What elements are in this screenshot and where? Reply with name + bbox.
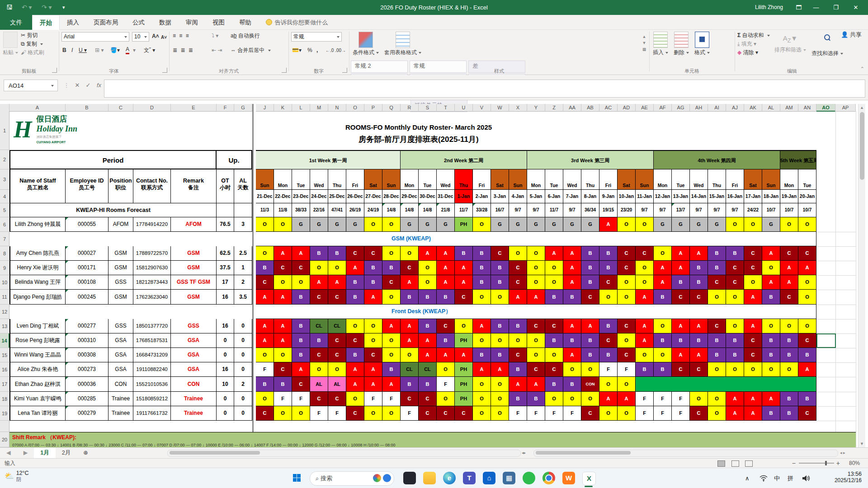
- enter-icon[interactable]: ✓: [82, 80, 94, 91]
- shift-cell[interactable]: O: [618, 377, 636, 392]
- date-cell[interactable]: 3-Jan: [491, 190, 509, 203]
- shift-cell[interactable]: A: [346, 377, 364, 392]
- forecast-cell[interactable]: 11/3: [256, 203, 274, 217]
- shift-cell[interactable]: B: [726, 333, 744, 348]
- forecast-cell[interactable]: 16/7: [491, 203, 509, 217]
- restore-icon[interactable]: ❐: [828, 0, 844, 15]
- date-cell[interactable]: 29-Dec: [401, 190, 419, 203]
- shift-cell[interactable]: O: [599, 377, 618, 392]
- shift-cell[interactable]: A: [690, 348, 708, 362]
- shift-cell[interactable]: O: [310, 362, 328, 377]
- staff-contact[interactable]: 18501377720: [133, 319, 171, 333]
- shift-cell[interactable]: O: [346, 319, 364, 333]
- date-cell[interactable]: 12-Jan: [654, 190, 672, 203]
- shift-cell[interactable]: C: [401, 392, 419, 406]
- column-header-AE[interactable]: AE: [636, 104, 654, 112]
- shift-cell[interactable]: C: [726, 275, 744, 290]
- staff-contact[interactable]: 19117661732: [133, 406, 171, 421]
- shift-cell[interactable]: O: [473, 333, 491, 348]
- shift-cell[interactable]: C: [310, 392, 328, 406]
- column-header-Y[interactable]: Y: [527, 104, 545, 112]
- shift-cell[interactable]: F: [618, 362, 636, 377]
- shift-cell[interactable]: A: [726, 392, 744, 406]
- column-header-AP[interactable]: AP: [835, 104, 856, 112]
- shift-cell[interactable]: O: [636, 348, 654, 362]
- shift-cell[interactable]: B: [563, 290, 581, 305]
- shift-cell[interactable]: B: [708, 333, 726, 348]
- shift-cell[interactable]: G: [491, 217, 509, 232]
- staff-contact[interactable]: 17685187531: [133, 333, 171, 348]
- shift-cell[interactable]: O: [708, 392, 726, 406]
- format-as-table-button[interactable]: 套用表格格式: [382, 30, 424, 57]
- shift-cell[interactable]: O: [762, 319, 780, 333]
- sort-filter-button[interactable]: AZ▼ 排序和筛选: [772, 30, 809, 55]
- column-header-T[interactable]: T: [437, 104, 455, 112]
- staff-position[interactable]: GSS: [108, 275, 133, 290]
- shift-cell[interactable]: O: [256, 246, 274, 261]
- row-header-10[interactable]: 10: [0, 275, 9, 290]
- shift-cell[interactable]: F: [654, 406, 672, 421]
- day-name-cell[interactable]: Tue: [419, 169, 437, 190]
- shift-cell[interactable]: C: [455, 290, 473, 305]
- shift-cell[interactable]: O: [744, 362, 762, 377]
- h-scroll-arrows[interactable]: ◂ ▸: [840, 450, 845, 456]
- shift-cell[interactable]: O: [744, 217, 762, 232]
- shift-cell[interactable]: O: [382, 290, 401, 305]
- staff-remark[interactable]: GSM: [171, 246, 217, 261]
- column-header-AD[interactable]: AD: [618, 104, 636, 112]
- row-header-13[interactable]: 13: [0, 319, 9, 333]
- shift-cell[interactable]: AL: [310, 377, 328, 392]
- shift-cell[interactable]: O: [346, 392, 364, 406]
- shift-cell[interactable]: C: [455, 406, 473, 421]
- shift-cell[interactable]: O: [364, 217, 382, 232]
- blocked-period-cell[interactable]: [636, 377, 816, 392]
- shift-cell[interactable]: O: [636, 217, 654, 232]
- shift-cell[interactable]: A: [419, 333, 437, 348]
- sheet-nav-right-icon[interactable]: ▶: [17, 448, 34, 458]
- shift-cell[interactable]: F: [328, 406, 346, 421]
- volume-icon[interactable]: [802, 475, 810, 483]
- shift-cell[interactable]: O: [256, 392, 274, 406]
- date-cell[interactable]: 17-Jan: [744, 190, 762, 203]
- shift-cell[interactable]: B: [274, 377, 292, 392]
- zoom-slider[interactable]: [799, 463, 834, 464]
- shift-cell[interactable]: A: [744, 406, 762, 421]
- day-name-cell[interactable]: Thu: [328, 169, 346, 190]
- shift-cell[interactable]: G: [654, 217, 672, 232]
- forecast-cell[interactable]: 9/7: [636, 203, 654, 217]
- tab-插入[interactable]: 插入: [60, 15, 86, 30]
- shift-cell[interactable]: A: [346, 261, 364, 275]
- forecast-cell[interactable]: 33/28: [473, 203, 491, 217]
- staff-ot[interactable]: 0: [217, 333, 234, 348]
- alignment-dialog-launcher-icon[interactable]: [282, 68, 287, 73]
- forecast-cell[interactable]: 26/19: [346, 203, 364, 217]
- row-header-7[interactable]: 7: [0, 232, 9, 246]
- accounting-format-icon[interactable]: 💳▾: [292, 46, 302, 55]
- shift-cell[interactable]: O: [599, 290, 618, 305]
- day-name-cell[interactable]: Sun: [636, 169, 654, 190]
- clear-button[interactable]: ◆ 清除 ▾: [737, 48, 770, 57]
- shift-cell[interactable]: C: [527, 362, 545, 377]
- staff-contact[interactable]: 17784914220: [133, 217, 171, 232]
- shift-cell[interactable]: O: [690, 392, 708, 406]
- row-header-15[interactable]: 15: [0, 348, 9, 362]
- shift-cell[interactable]: O: [437, 392, 455, 406]
- staff-al[interactable]: 2: [234, 275, 252, 290]
- shift-cell[interactable]: B: [690, 261, 708, 275]
- date-cell[interactable]: 11-Jan: [636, 190, 654, 203]
- shift-cell[interactable]: O: [527, 246, 545, 261]
- shift-cell[interactable]: A: [744, 319, 762, 333]
- column-header-AF[interactable]: AF: [654, 104, 672, 112]
- shift-cell[interactable]: O: [762, 261, 780, 275]
- shift-cell[interactable]: O: [401, 348, 419, 362]
- staff-name[interactable]: Alice Zhu 朱春艳: [9, 362, 66, 377]
- forecast-cell[interactable]: 10/7: [798, 203, 816, 217]
- date-cell[interactable]: 8-Jan: [581, 190, 599, 203]
- shift-cell[interactable]: F: [364, 392, 382, 406]
- date-cell[interactable]: 15-Jan: [708, 190, 726, 203]
- weather-widget[interactable]: ⛅ 12°C 阴: [5, 470, 29, 483]
- day-name-cell[interactable]: Sat: [364, 169, 382, 190]
- shift-cell[interactable]: O: [726, 319, 744, 333]
- shift-cell[interactable]: C: [618, 348, 636, 362]
- shift-cell[interactable]: C: [618, 261, 636, 275]
